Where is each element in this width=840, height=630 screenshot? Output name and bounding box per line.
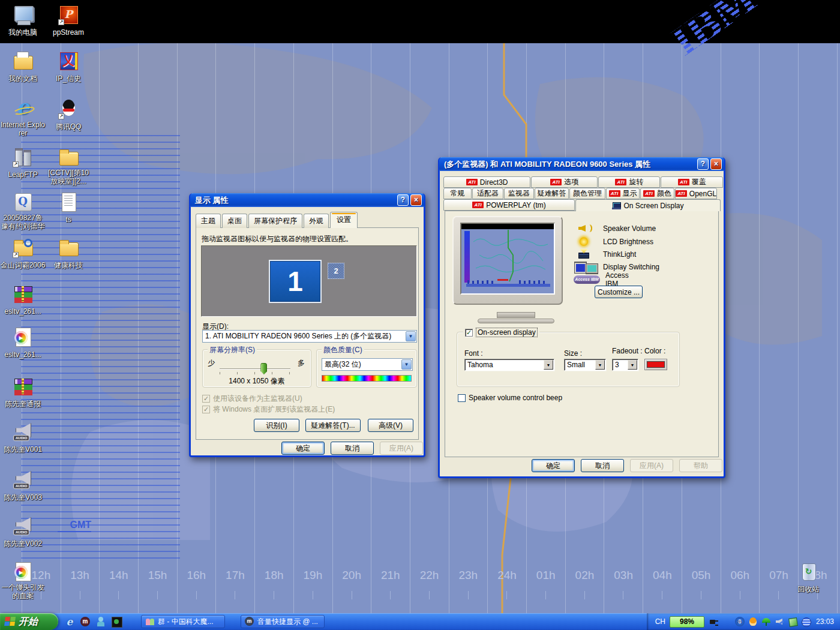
ok-button[interactable]: 确定 (281, 442, 325, 455)
maxthon-quicklaunch-icon[interactable] (80, 616, 91, 627)
chenxiankui-v002[interactable]: 陈先奎V002 (0, 516, 46, 548)
tab[interactable]: ATI 覆盖 (661, 176, 723, 188)
start-button[interactable]: 开始 (0, 613, 58, 630)
tab[interactable]: 疑难解答 (535, 188, 569, 199)
close-button[interactable]: × (710, 158, 722, 170)
primary-monitor-checkbox[interactable]: 使用该设备作为主监视器(U) (202, 394, 302, 404)
osd-item-label: LCD Brightness (603, 238, 653, 246)
color-quality-dropdown[interactable]: 最高(32 位) ▼ (322, 358, 413, 371)
esltv-media[interactable]: esltv_261... (0, 327, 46, 359)
tab[interactable]: ATI OpenGL (675, 188, 717, 199)
font-dropdown[interactable]: Tahoma ▼ (464, 359, 554, 371)
chevron-down-icon[interactable]: ▼ (406, 331, 416, 341)
chenxiankui-tongbao[interactable]: 陈先奎通报 (0, 376, 46, 409)
chevron-down-icon[interactable]: ▼ (401, 359, 412, 370)
identify-button[interactable]: 识别(I) (254, 419, 299, 432)
tencent-qq[interactable]: 腾讯QQ (46, 99, 91, 131)
media-app-quicklaunch-icon[interactable] (111, 616, 122, 627)
chevron-down-icon[interactable]: ▼ (628, 360, 637, 370)
cctv-folder[interactable]: [CCTV][第10放映室][2... (46, 147, 91, 186)
chevron-down-icon[interactable]: ▼ (544, 360, 553, 370)
tab[interactable]: ATI Direct3D (443, 176, 530, 188)
display-dialog-titlebar[interactable]: 显示 属性 ? × (190, 193, 424, 207)
speaker-volume-item: Speaker Volume (574, 223, 656, 234)
customize-button[interactable]: Customize ... (595, 286, 643, 298)
tab[interactable]: 外观 (304, 214, 329, 228)
leapftp[interactable]: LeapFTP (0, 147, 46, 179)
task-qq-group[interactable]: 群 - 中国科大魔... (141, 615, 225, 628)
troubleshoot-button[interactable]: 疑难解答(T)... (305, 419, 361, 432)
ppstream[interactable]: ppStream (46, 5, 91, 37)
fadeout-dropdown[interactable]: 3 ▼ (612, 359, 638, 371)
tab[interactable]: ATI POWERPLAY (tm) (443, 199, 575, 211)
my-documents[interactable]: 我的文档 (0, 51, 46, 83)
ati-logo-icon: ATI (615, 179, 626, 185)
display-adapter-dropdown[interactable]: 1. ATI MOBILITY RADEON 9600 Series 上的 (多… (202, 330, 417, 343)
on-screen-display-checkbox[interactable] (465, 329, 473, 337)
monitor-1[interactable]: 1 (269, 260, 322, 303)
volume-tray-icon[interactable] (775, 617, 784, 626)
tab[interactable]: On Screen Display (575, 199, 721, 211)
kingsoft-tray-icon[interactable] (788, 617, 797, 626)
apply-button[interactable]: 应用(A) (380, 442, 423, 455)
resolution-slider[interactable] (220, 363, 290, 374)
tab[interactable]: 适配器 (472, 188, 503, 199)
help-button[interactable]: ? (397, 194, 409, 206)
tab[interactable]: 主题 (196, 214, 221, 228)
tab[interactable]: ATI 颜色 (640, 188, 674, 199)
monitor-arrangement-preview[interactable]: 1 2 (201, 245, 417, 317)
timezone-label: 16h (177, 569, 216, 582)
chenxiankui-v003[interactable]: 陈先奎V003 (0, 470, 46, 502)
chevron-down-icon[interactable]: ▼ (595, 360, 605, 370)
recycle-bin-icon[interactable]: 回收站 (785, 562, 831, 594)
language-indicator[interactable]: CH (655, 617, 665, 626)
esltv-archive[interactable]: esltv_261... (0, 284, 46, 316)
tab[interactable]: 颜色管理 (569, 188, 605, 199)
size-dropdown[interactable]: Small ▼ (564, 359, 606, 371)
speaker-beep-checkbox[interactable]: Speaker volume control beep (458, 394, 562, 402)
kingsoft-powerword-2006[interactable]: 金山词霸2006 (0, 238, 46, 270)
health-tech-folder[interactable]: 健康科技 (46, 238, 91, 270)
advanced-button[interactable]: 高级(V) (368, 419, 413, 432)
monitor-2[interactable]: 2 (328, 263, 344, 279)
help-button[interactable]: ? (697, 158, 709, 170)
extend-desktop-checkbox[interactable]: 将 Windows 桌面扩展到该监视器上(E) (202, 404, 335, 415)
cancel-button[interactable]: 取消 (581, 459, 624, 472)
internet-explorer[interactable]: Internet Explorer (0, 99, 46, 138)
qq-tray-icon[interactable] (748, 617, 758, 626)
my-computer[interactable]: 我的电脑 (0, 5, 46, 37)
tab[interactable]: ATI 显示 (606, 188, 640, 199)
tab[interactable]: 设置 (330, 212, 358, 228)
messenger-quicklaunch-icon[interactable] (95, 616, 106, 627)
task-volume-display[interactable]: 音量快捷显示 @ ... (241, 615, 325, 628)
help-button[interactable]: 帮助 (679, 459, 722, 472)
luyu-youyue-video[interactable]: 20050827鲁豫有约刘德华 (0, 192, 46, 231)
chenxiankui-v001[interactable]: 陈先奎V001 (0, 422, 46, 454)
tab[interactable]: 屏幕保护程序 (248, 214, 302, 228)
osd-color-swatch[interactable] (644, 359, 667, 370)
close-button[interactable]: × (410, 194, 422, 206)
ok-button[interactable]: 确定 (532, 459, 575, 472)
desktop-icon-label: 我的电脑 (8, 28, 37, 37)
antivirus-umbrella-tray-icon[interactable] (761, 617, 771, 626)
desktop-icon-label: LeapFTP (8, 170, 37, 179)
taskbar-clock[interactable]: 23:03 (816, 617, 834, 626)
tab[interactable]: ATI 选项 (531, 176, 598, 188)
tab[interactable]: 常规 (443, 188, 472, 199)
battery-indicator[interactable]: 98% (670, 616, 704, 628)
ip-xinshi[interactable]: IP_信史 (46, 51, 91, 83)
tab[interactable]: 桌面 (222, 214, 247, 228)
access-ibm-item: Access IBM Access IBM (574, 274, 600, 285)
access-connections-tray-icon[interactable] (801, 617, 811, 626)
apply-button[interactable]: 应用(A) (630, 459, 673, 472)
timezone-label: 02h (565, 569, 604, 582)
ts-file[interactable]: ts (46, 192, 91, 224)
mantou-video[interactable]: 一个馒头引发的血案 (0, 562, 46, 601)
ie-quicklaunch-icon[interactable] (64, 616, 75, 627)
maxthon-tray-icon[interactable] (735, 617, 745, 626)
ati-dialog-titlebar[interactable]: (多个监视器) 和 ATI MOBILITY RADEON 9600 Serie… (439, 157, 724, 171)
desktop-icon-label: IP_信史 (56, 74, 81, 83)
tab[interactable]: ATI 旋转 (598, 176, 661, 188)
cancel-button[interactable]: 取消 (331, 442, 374, 455)
tab[interactable]: 监视器 (504, 188, 534, 199)
